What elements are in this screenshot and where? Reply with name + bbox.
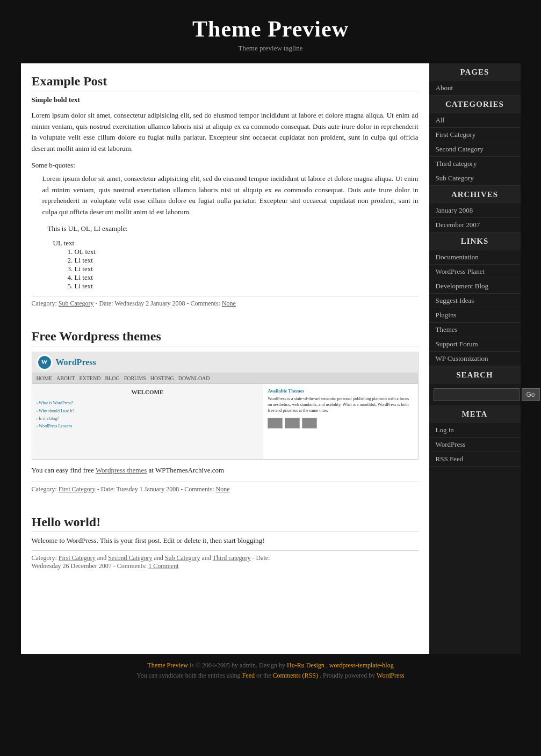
sidebar-item-about[interactable]: About (429, 81, 521, 96)
sidebar-item-sub-category[interactable]: Sub Category (429, 171, 521, 186)
post-meta-comments-link[interactable]: None (222, 300, 236, 307)
post-meta-category-link[interactable]: Sub Category (59, 300, 94, 307)
post-hello-world: Hello world! Welcome to WordPress. This … (32, 515, 419, 571)
blockquote-section: Some b-quotes: Lorem ipsum dolor sit ame… (32, 160, 419, 218)
wp-logo: W WordPress (37, 354, 96, 370)
bq-label: Some b-quotes: (32, 160, 419, 171)
wp-top-bar: W WordPress (32, 352, 418, 373)
footer-theme-preview-link[interactable]: Theme Preview (147, 662, 188, 669)
meta-cat2-link[interactable]: Second Category (108, 554, 152, 562)
sidebar-links-title: LINKS (429, 232, 521, 250)
wp-nav-blog: BLOG (105, 375, 119, 381)
ol-item-2: Li text (75, 265, 419, 273)
footer-rss-link[interactable]: Feed (242, 672, 255, 679)
footer-line-1: Theme Preview is © 2004-2005 by admin. D… (5, 662, 536, 670)
sidebar-item-second-category[interactable]: Second Category (429, 142, 521, 157)
page-wrapper: Example Post Simple bold text Lorem ipsu… (16, 63, 526, 654)
footer-design-link2[interactable]: wordpress-template-blog (329, 662, 394, 669)
wp-nav-download: DOWNLOAD (178, 375, 210, 381)
wp-content-area: WELCOME › What is WordPress? › Why shoul… (32, 384, 418, 459)
wp-right-text: WordPress is a state-of-the-art semantic… (268, 396, 413, 414)
footer-or: or the (256, 672, 273, 679)
footer-comments-rss-link[interactable]: Comments (RSS) (273, 672, 318, 679)
wp-link-3: › Is it a blog? (37, 415, 259, 423)
footer-copy: is © 2004-2005 by admin. Design by (190, 662, 287, 669)
sidebar: PAGES About CATEGORIES All First Categor… (429, 63, 521, 654)
search-row: Go (429, 384, 521, 405)
sidebar-item-rss-feed[interactable]: RSS Feed (429, 452, 521, 467)
wp-theme-images (268, 418, 413, 428)
ol-item-0: OL text (75, 248, 419, 256)
footer-line-2: You can syndicate both the entries using… (5, 672, 536, 680)
footer-wp-link[interactable]: WordPress (377, 672, 405, 679)
site-tagline: Theme preview tagline (5, 44, 536, 53)
ul-list: UL text OL text Li text Li text Li text … (53, 239, 419, 290)
meta-comment-link[interactable]: 1 Comment (148, 562, 178, 570)
post-title-hello: Hello world! (32, 515, 419, 532)
sidebar-item-plugins[interactable]: Plugins (429, 308, 521, 323)
wp-logo-text: WordPress (56, 358, 96, 367)
meta-cat3-link[interactable]: Sub Category (165, 554, 200, 562)
wp-nav-forums: FORUMS (124, 375, 146, 381)
search-go-button[interactable]: Go (522, 388, 540, 401)
ul-item: UL text OL text Li text Li text Li text … (53, 239, 419, 290)
sidebar-item-suggest-ideas[interactable]: Suggest Ideas (429, 294, 521, 308)
post-meta-example: Category: Sub Category - Date: Wednesday… (32, 296, 419, 308)
wp-nav-bar: HOME ABOUT EXTEND BLOG FORUMS HOSTING DO… (32, 373, 418, 384)
sidebar-item-wp-planet[interactable]: WordPress Planet (429, 265, 521, 279)
wp-theme-box-2 (285, 418, 300, 428)
sidebar-item-all[interactable]: All (429, 113, 521, 128)
wp-link-4: › WordPress Lessons (37, 423, 259, 430)
sidebar-item-jan-2008[interactable]: January 2008 (429, 203, 521, 218)
sidebar-item-dev-blog[interactable]: Development Blog (429, 279, 521, 294)
meta-cat1-link[interactable]: First Category (59, 554, 96, 562)
site-header: Theme Preview Theme preview tagline (0, 0, 541, 63)
site-title: Theme Preview (5, 16, 536, 42)
wp-nav-hosting: HOSTING (150, 375, 174, 381)
ol-item-4: Li text (75, 282, 419, 290)
sidebar-item-support-forum[interactable]: Support Forum (429, 337, 521, 352)
wp-link-2: › Why should I use it? (37, 408, 259, 415)
post-meta-wp: Category: First Category - Date: Tuesday… (32, 482, 419, 493)
wp-right-panel: Available Themes WordPress is a state-of… (263, 384, 417, 459)
post-title-wp-themes: Free Wordpress themes (32, 329, 419, 346)
sidebar-item-wordpress[interactable]: WordPress (429, 438, 521, 452)
ul-example: This is UL, OL, LI example: UL text OL t… (48, 223, 419, 290)
wp-nav-home: HOME (37, 375, 52, 381)
blockquote-text: Lorem ipsum dolor sit amet, consectetur … (42, 173, 419, 218)
wp-link-1: › What is WordPress? (37, 399, 259, 407)
wp-theme-box-1 (268, 418, 283, 428)
sidebar-item-wp-custom[interactable]: WP Customization (429, 352, 521, 366)
post-paragraph-hello: Welcome to WordPress. This is your first… (32, 535, 419, 547)
sidebar-item-login[interactable]: Log in (429, 423, 521, 438)
sidebar-item-third-category[interactable]: Third category (429, 157, 521, 171)
wp-left-links: › What is WordPress? › Why should I use … (37, 399, 259, 431)
wp-nav-extend: EXTEND (79, 375, 100, 381)
sidebar-categories-title: CATEGORIES (429, 96, 521, 113)
post-meta-comments-wp-link[interactable]: None (215, 485, 229, 493)
wp-logo-letter: W (41, 358, 48, 366)
ol-item-3: Li text (75, 273, 419, 282)
post-bold-text: Simple bold text (32, 95, 419, 106)
footer-design-link1[interactable]: Hu-Ru Design (287, 662, 324, 669)
ul-label: This is UL, OL, LI example: (48, 223, 419, 235)
sidebar-item-dec-2007[interactable]: December 2007 (429, 218, 521, 232)
meta-cat4-link[interactable]: Third category (213, 554, 251, 562)
sidebar-archives-title: ARCHIVES (429, 186, 521, 203)
post-meta-category-wp-link[interactable]: First Category (59, 485, 96, 493)
wp-nav-about: ABOUT (56, 375, 75, 381)
sidebar-item-first-category[interactable]: First Category (429, 128, 521, 142)
wp-theme-box-3 (302, 418, 317, 428)
post-paragraph-1: Lorem ipsum dolor sit amet, consectetur … (32, 110, 419, 155)
post-example: Example Post Simple bold text Lorem ipsu… (32, 74, 419, 308)
post-meta-hello: Category: First Category and Second Cate… (32, 550, 419, 570)
wp-screenshot: W WordPress HOME ABOUT EXTEND BLOG FORUM… (32, 352, 419, 460)
search-input[interactable] (434, 388, 520, 401)
sidebar-item-themes[interactable]: Themes (429, 323, 521, 337)
sidebar-search-title: SEARCH (429, 366, 521, 384)
sidebar-item-documentation[interactable]: Documentation (429, 250, 521, 265)
wp-left-panel: WELCOME › What is WordPress? › Why shoul… (32, 384, 264, 459)
ol-item-1: Li text (75, 256, 419, 265)
post-title-example: Example Post (32, 74, 419, 91)
wp-themes-link[interactable]: Wordpress themes (96, 466, 147, 474)
